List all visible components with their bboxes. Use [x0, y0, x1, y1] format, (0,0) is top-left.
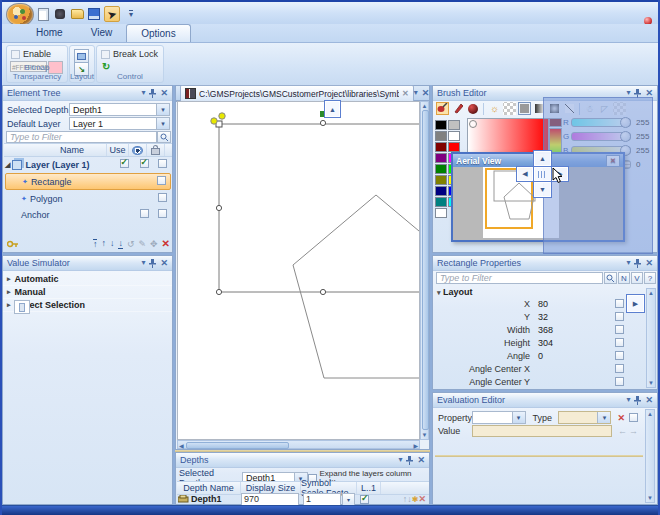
selected-depth-dropdown[interactable]: Depth1▾: [69, 103, 170, 116]
color-picker-cursor[interactable]: [469, 120, 477, 128]
save-button[interactable]: [87, 7, 101, 21]
solid-fill-option[interactable]: [518, 102, 531, 115]
lock-checkbox[interactable]: [158, 209, 167, 218]
palette-swatch[interactable]: [448, 131, 460, 141]
menu-icon[interactable]: ▾: [141, 89, 145, 97]
move-icon[interactable]: ✥: [150, 239, 158, 249]
prev-arrow-icon[interactable]: ←: [618, 426, 627, 436]
property-row-x[interactable]: X80: [434, 297, 624, 310]
dock-guide-left[interactable]: ◀: [516, 166, 534, 182]
delete-icon[interactable]: ✕: [162, 238, 170, 249]
property-row-y[interactable]: Y32: [434, 310, 624, 323]
pin-icon[interactable]: [149, 259, 156, 268]
tree-row-rectangle[interactable]: ✦ Rectangle: [5, 173, 171, 190]
column-name[interactable]: Name: [4, 144, 107, 156]
close-icon[interactable]: ✕: [645, 396, 653, 404]
palette-swatch[interactable]: [435, 153, 447, 163]
pin-icon[interactable]: [149, 89, 156, 98]
scroll-up-icon[interactable]: ▲: [421, 103, 428, 109]
customize-quick-access-button[interactable]: ▾: [123, 7, 137, 21]
palette-swatch[interactable]: [435, 186, 447, 196]
property-row-height[interactable]: Height304: [434, 336, 624, 349]
clear-icon[interactable]: ✕: [617, 413, 625, 423]
palette-swatch[interactable]: [448, 120, 460, 130]
visible-checkbox[interactable]: [140, 159, 149, 168]
evaluate-checkbox[interactable]: [615, 299, 624, 308]
evaluate-checkbox[interactable]: [615, 312, 624, 321]
column-lock[interactable]: [147, 144, 165, 156]
lock-checkbox[interactable]: [157, 176, 166, 185]
object-selection-button[interactable]: [14, 300, 30, 314]
dock-guide-center[interactable]: [533, 166, 552, 182]
scroll-right-icon[interactable]: ▶: [413, 442, 418, 449]
scroll-up-icon[interactable]: ▲: [646, 411, 654, 417]
help-button[interactable]: ?: [644, 272, 656, 284]
move-down-icon[interactable]: ↓: [110, 239, 115, 248]
document-tab[interactable]: C:\GMSProjects\GMSCustomerProject\librar…: [180, 85, 414, 101]
key-icon[interactable]: [7, 239, 19, 249]
lock-checkbox[interactable]: [158, 193, 167, 202]
layout-save-icon[interactable]: [74, 49, 89, 63]
scale-spinner-button[interactable]: ▾: [342, 493, 355, 506]
move-to-bottom-icon[interactable]: ↓: [118, 239, 123, 249]
close-document-icon[interactable]: ✕: [422, 89, 430, 97]
evaluate-checkbox[interactable]: [615, 338, 624, 347]
column-visible[interactable]: [129, 144, 147, 156]
visible-checkbox[interactable]: [140, 209, 149, 218]
palette-swatch[interactable]: [435, 208, 447, 218]
pin-icon[interactable]: [406, 456, 413, 465]
new-document-button[interactable]: [36, 7, 50, 21]
value-field[interactable]: [472, 425, 612, 437]
menu-icon[interactable]: ▾: [626, 259, 630, 267]
dock-right-guide[interactable]: ▶: [626, 294, 645, 313]
palette-swatch[interactable]: [435, 175, 447, 185]
scroll-left-icon[interactable]: ◀: [179, 442, 184, 449]
name-filter-button[interactable]: N: [618, 272, 630, 284]
open-button[interactable]: [70, 7, 84, 21]
property-dropdown[interactable]: ▾: [472, 411, 526, 424]
default-layer-dropdown[interactable]: Layer 1▾: [69, 117, 170, 130]
l1-checkbox[interactable]: [360, 495, 369, 504]
break-lock-row[interactable]: Break Lock: [101, 49, 158, 59]
properties-filter-input[interactable]: [436, 272, 603, 284]
type-dropdown[interactable]: ▾: [558, 411, 612, 424]
layout-section-header[interactable]: ▾ Layout: [437, 287, 473, 297]
enable-checkbox-row[interactable]: Enable: [11, 49, 51, 59]
simulator-item-manual[interactable]: ▸Manual: [3, 286, 172, 299]
property-row-width[interactable]: Width368: [434, 323, 624, 336]
vertical-scrollbar[interactable]: ▲ ▼: [420, 101, 429, 440]
tab-list-icon[interactable]: ▾: [414, 89, 418, 97]
horizontal-splitter[interactable]: [175, 450, 430, 452]
pin-icon[interactable]: [634, 259, 641, 268]
scroll-down-icon[interactable]: ▼: [421, 432, 428, 438]
tab-home[interactable]: Home: [22, 24, 77, 42]
menu-icon[interactable]: ▾: [141, 259, 145, 267]
use-checkbox[interactable]: [120, 159, 129, 168]
gradient-ball-tool[interactable]: [466, 102, 479, 115]
horizontal-scrollbar[interactable]: ◀ ▶: [177, 440, 420, 449]
evaluate-checkbox[interactable]: [615, 377, 624, 386]
menu-icon[interactable]: ▾: [398, 456, 402, 464]
properties-scrollbar[interactable]: ▲ ▼: [646, 288, 656, 388]
evaluate-checkbox[interactable]: [615, 364, 624, 373]
property-row-angle-center-y[interactable]: Angle Center Y: [434, 375, 624, 388]
display-size-cell[interactable]: 970: [241, 493, 299, 506]
brush-icon[interactable]: ✱: [412, 495, 419, 504]
undo-icon[interactable]: ↺: [127, 239, 135, 249]
horizontal-scrollbar-thumb[interactable]: [186, 442, 289, 449]
paint-icon[interactable]: ✎: [139, 239, 147, 249]
scroll-up-icon[interactable]: ▲: [647, 290, 655, 296]
value-filter-button[interactable]: V: [631, 272, 643, 284]
select-tool-button[interactable]: ➤: [104, 6, 120, 22]
menu-icon[interactable]: ▾: [626, 396, 630, 404]
property-row-angle[interactable]: Angle0: [434, 349, 624, 362]
tab-options[interactable]: Options: [126, 24, 190, 42]
application-menu-button[interactable]: [6, 3, 34, 26]
menu-icon[interactable]: ▾: [626, 89, 630, 97]
filter-search-button[interactable]: [157, 131, 171, 143]
evaluation-checkbox[interactable]: [629, 413, 638, 422]
palette-swatch[interactable]: [435, 131, 447, 141]
evaluate-checkbox[interactable]: [615, 351, 624, 360]
scroll-down-icon[interactable]: ▼: [646, 495, 654, 501]
scale-factor-cell[interactable]: 1: [303, 493, 341, 506]
